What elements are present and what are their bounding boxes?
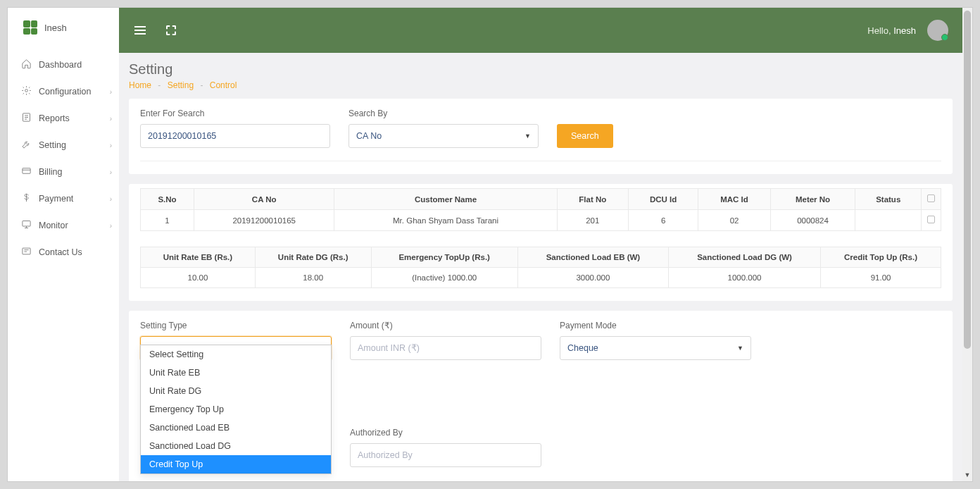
row-checkbox[interactable] [927,216,935,223]
username: Inesh [893,25,916,36]
table-header: S.No [141,189,194,210]
chevron-right-icon: › [110,195,112,203]
search-by-value: CA No [356,131,382,141]
fullscreen-icon [166,25,176,35]
caret-down-icon: ▼ [524,132,531,140]
report-icon [20,112,32,125]
sidebar-item-label: Reports [39,113,70,123]
sidebar-item-label: Dashboard [39,60,82,70]
payment-mode-select[interactable]: Cheque ▼ [560,336,751,360]
monitor-icon [20,219,32,232]
dollar-icon [20,192,32,205]
search-input[interactable] [140,124,330,148]
vertical-scrollbar[interactable]: ▼ [962,8,972,481]
authorized-by-label: Authorized By [350,428,541,438]
search-input-label: Enter For Search [140,109,330,118]
table-cell: Mr. Ghan Shyam Dass Tarani [334,210,558,231]
table-cell: 1 [141,210,194,231]
sidebar-item-monitor[interactable]: Monitor › [8,212,119,239]
table-header: Unit Rate EB (Rs.) [141,247,256,268]
table-cell: 6 [628,210,698,231]
payment-mode-label: Payment Mode [560,321,751,330]
sidebar-item-reports[interactable]: Reports › [8,105,119,132]
setting-type-label: Setting Type [140,321,332,330]
crumb-setting[interactable]: Setting [168,80,194,90]
authorized-by-input[interactable] [350,443,541,467]
table-cell: 3000.000 [517,268,668,288]
table-cell: 10.00 [141,268,256,288]
search-by-select[interactable]: CA No ▼ [348,124,539,148]
wrench-icon [20,139,32,151]
brand-name: Inesh [44,23,67,33]
table-header: Unit Rate DG (Rs.) [255,247,371,268]
table-header: Sanctioned Load DG (W) [669,247,821,268]
scrollbar-arrow-down-icon[interactable]: ▼ [964,471,971,480]
setting-type-option[interactable]: Select Setting [141,345,331,364]
menu-toggle-button[interactable] [133,23,147,37]
hamburger-icon [134,26,146,35]
table-header: Customer Name [334,189,558,210]
table-header: Flat No [557,189,628,210]
main-content: Setting Home - Setting - Control Enter F… [119,53,962,481]
setting-type-option[interactable]: Sanctioned Load DG [141,437,331,455]
chevron-right-icon: › [110,88,112,96]
home-icon [20,58,32,71]
nav-list: Dashboard Configuration › Reports › Sett… [8,44,119,266]
svg-rect-2 [22,168,30,174]
brand: Inesh [8,8,119,44]
payment-mode-value: Cheque [567,343,598,353]
table-cell: (Inactive) 1000.00 [371,268,517,288]
search-card: Enter For Search Search By CA No ▼ Searc… [129,99,953,174]
topbar: Hello, Inesh [119,8,962,53]
setting-type-option[interactable]: Sanctioned Load EB [141,419,331,437]
setting-type-option[interactable]: Credit Top Up [141,455,331,473]
scrollbar-thumb[interactable] [964,11,971,349]
amount-label: Amount (₹) [350,321,541,330]
table-header: CA No [194,189,334,210]
form-card: Setting Type Credit Top Up ▼ Select Sett… [129,311,953,481]
sidebar-item-setting[interactable]: Setting › [8,132,119,159]
sidebar-item-label: Configuration [39,87,91,97]
table-header: Emergency TopUp (Rs.) [371,247,517,268]
brand-logo-icon [23,20,37,35]
avatar[interactable] [927,20,948,41]
results-card: S.NoCA NoCustomer NameFlat NoDCU IdMAC I… [129,184,953,301]
chevron-right-icon: › [110,168,112,176]
results-table-2: Unit Rate EB (Rs.)Unit Rate DG (Rs.)Emer… [140,247,941,288]
chevron-right-icon: › [110,222,112,230]
sidebar-item-payment[interactable]: Payment › [8,185,119,212]
crumb-control[interactable]: Control [210,80,237,90]
sidebar-item-billing[interactable]: Billing › [8,159,119,185]
crumb-sep: - [200,80,203,90]
sidebar-item-label: Contact Us [39,247,82,257]
fullscreen-button[interactable] [164,23,178,37]
setting-type-option[interactable]: Emergency Top Up [141,400,331,419]
search-by-label: Search By [348,109,539,118]
sidebar-item-label: Billing [39,167,62,177]
table-cell [855,210,922,231]
svg-rect-3 [22,221,30,227]
caret-down-icon: ▼ [737,345,743,352]
gear-icon [20,85,32,98]
table-cell: 1000.000 [669,268,821,288]
sidebar-item-contact-us[interactable]: Contact Us [8,239,119,266]
setting-type-option[interactable]: Unit Rate DG [141,382,331,400]
results-table-1: S.NoCA NoCustomer NameFlat NoDCU IdMAC I… [140,188,941,231]
setting-type-option[interactable]: Unit Rate EB [141,364,331,382]
table-cell: 201 [557,210,628,231]
table-cell: 02 [698,210,770,231]
amount-input[interactable] [350,336,541,360]
card-divider [140,161,941,161]
table-cell: 91.00 [821,268,941,288]
sidebar-item-dashboard[interactable]: Dashboard [8,51,119,78]
crumb-home[interactable]: Home [129,80,151,90]
sidebar-item-configuration[interactable]: Configuration › [8,78,119,105]
billing-icon [20,166,32,178]
table-header: Sanctioned Load EB (W) [517,247,668,268]
select-all-checkbox[interactable] [927,194,935,202]
setting-type-dropdown: Select SettingUnit Rate EBUnit Rate DGEm… [140,345,332,474]
svg-rect-4 [22,248,30,254]
table-header: Credit Top Up (Rs.) [821,247,941,268]
search-button[interactable]: Search [557,124,613,148]
svg-point-0 [25,89,27,92]
